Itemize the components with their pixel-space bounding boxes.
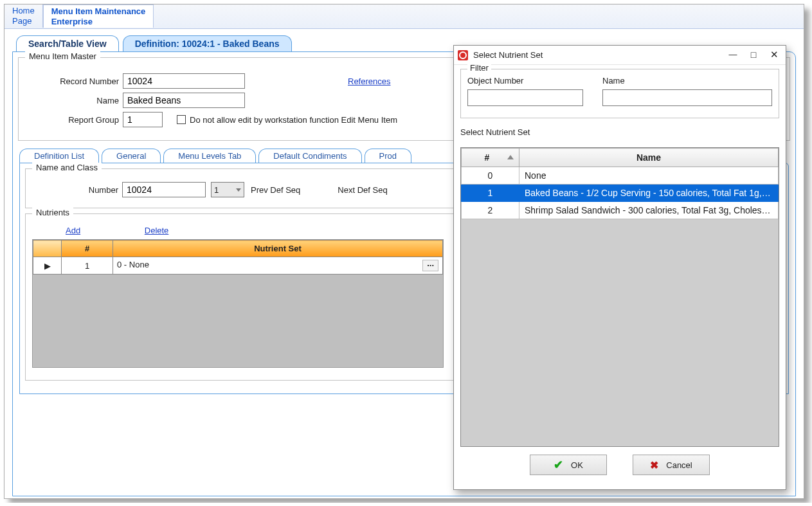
defseq-value: 1: [214, 185, 219, 195]
close-button[interactable]: ✕: [766, 48, 782, 62]
name-class-legend: Name and Class: [32, 163, 102, 172]
nutrients-delete[interactable]: Delete: [145, 226, 169, 235]
nutrients-row[interactable]: ▶ 1 0 - None ···: [33, 257, 443, 275]
nutrient-set-row-name: Baked Beans - 1/2 Cup Serving - 150 calo…: [519, 185, 779, 202]
nutrient-set-table[interactable]: # Name 0None1Baked Beans - 1/2 Cup Servi…: [460, 147, 779, 447]
top-tab-home-line2: Page: [12, 16, 35, 26]
inner-tab-menu-levels[interactable]: Menu Levels Tab: [163, 149, 256, 163]
inner-tab-definition-list[interactable]: Definition List: [19, 149, 99, 163]
nutrient-set-row-num: 2: [462, 202, 519, 219]
top-tab-menu-maintenance[interactable]: Menu Item Maintenance Enterprise: [43, 5, 154, 28]
nutrients-col-set[interactable]: Nutrient Set: [113, 240, 443, 257]
prev-def-seq-button[interactable]: Prev Def Seq: [251, 185, 300, 195]
record-number-label: Record Number: [28, 77, 123, 86]
next-def-seq-button[interactable]: Next Def Seq: [338, 185, 387, 195]
top-tab-maint-line2: Enterprise: [51, 17, 146, 27]
report-group-label: Report Group: [28, 115, 123, 125]
chevron-down-icon: [236, 188, 241, 192]
maximize-button[interactable]: □: [746, 48, 761, 62]
nutrient-set-row-num: 0: [462, 167, 519, 185]
references-link[interactable]: References: [348, 77, 390, 86]
object-number-input[interactable]: [467, 89, 583, 106]
sub-tab-search[interactable]: Search/Table View: [16, 35, 119, 51]
nutrients-add[interactable]: Add: [66, 226, 80, 235]
dialog-section-label: Select Nutrient Set: [460, 127, 779, 137]
number-label: Number: [32, 185, 122, 195]
nutrients-row-set-value: 0 - None: [117, 260, 149, 269]
nutrient-set-row-num: 1: [462, 185, 519, 202]
nutrients-row-set-cell[interactable]: 0 - None ···: [113, 257, 443, 275]
sub-tab-definition[interactable]: Definition: 10024:1 - Baked Beans: [123, 35, 292, 51]
select-nutrient-set-dialog: Select Nutrient Set — □ ✕ Filter Object …: [453, 45, 786, 490]
disallow-edit-checkbox[interactable]: Do not allow edit by workstation functio…: [177, 115, 397, 125]
report-group-field[interactable]: [123, 112, 163, 127]
nutrient-set-row-name: Shrimp Salad Sandwich - 300 calories, To…: [519, 202, 779, 219]
inner-tab-general[interactable]: General: [102, 149, 161, 163]
nutrients-grid[interactable]: # Nutrient Set ▶ 1 0 - None ···: [32, 239, 444, 368]
inner-tab-default-condiments[interactable]: Default Condiments: [258, 149, 361, 163]
top-tab-home[interactable]: Home Page: [5, 5, 43, 28]
menu-item-master-legend: Menu Item Master: [25, 51, 100, 61]
dialog-name-label: Name: [602, 76, 772, 86]
nutrients-col-num[interactable]: #: [62, 240, 113, 257]
dialog-name-input[interactable]: [602, 89, 772, 106]
name-label: Name: [28, 96, 123, 105]
disallow-edit-label: Do not allow edit by workstation functio…: [190, 115, 397, 125]
checkbox-icon: [177, 115, 186, 124]
nutrient-set-row[interactable]: 0None: [462, 167, 779, 185]
cancel-label: Cancel: [666, 460, 692, 470]
record-number-field[interactable]: [123, 73, 245, 89]
inner-tab-prod[interactable]: Prod: [365, 149, 411, 163]
number-field[interactable]: [122, 182, 206, 197]
nutrient-set-row[interactable]: 2Shrimp Salad Sandwich - 300 calories, T…: [462, 202, 779, 219]
object-number-label: Object Number: [467, 76, 583, 86]
nutrient-set-row-name: None: [519, 167, 779, 185]
ok-button[interactable]: ✔ OK: [530, 455, 607, 475]
nutrient-set-row[interactable]: 1Baked Beans - 1/2 Cup Serving - 150 cal…: [462, 185, 779, 202]
nutrients-legend: Nutrients: [32, 208, 73, 217]
nutrients-row-num: 1: [62, 257, 113, 275]
dialog-col-num[interactable]: #: [462, 149, 519, 167]
name-field[interactable]: [123, 93, 245, 108]
nutrient-set-picker-button[interactable]: ···: [422, 260, 438, 271]
sort-asc-icon: [507, 155, 514, 159]
defseq-dropdown[interactable]: 1: [211, 182, 244, 197]
row-handle-icon[interactable]: ▶: [33, 257, 62, 275]
dialog-col-name[interactable]: Name: [519, 149, 779, 167]
filter-legend: Filter: [467, 63, 491, 73]
dialog-title: Select Nutrient Set: [473, 50, 720, 60]
top-tab-maint-line1: Menu Item Maintenance: [51, 6, 146, 17]
minimize-button[interactable]: —: [725, 48, 741, 62]
oracle-logo-icon: [458, 50, 468, 60]
ok-label: OK: [571, 460, 583, 470]
check-icon: ✔: [554, 458, 563, 472]
cross-icon: ✖: [650, 459, 658, 471]
top-tab-home-line1: Home: [12, 6, 35, 16]
cancel-button[interactable]: ✖ Cancel: [633, 455, 710, 475]
